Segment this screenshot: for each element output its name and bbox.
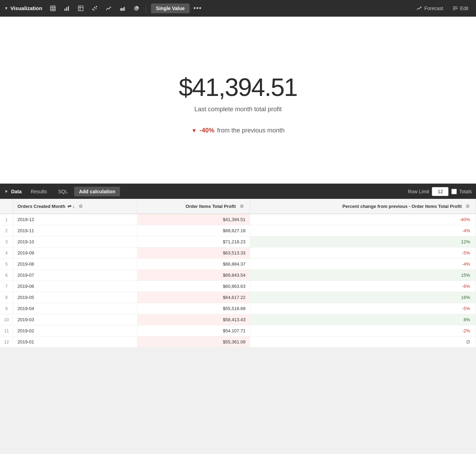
cell-rownum: 5	[0, 259, 13, 270]
comparison-row: ▼ -40% from the previous month	[191, 127, 285, 134]
cell-month: 2019-08	[13, 259, 137, 270]
svg-rect-5	[64, 9, 65, 11]
forecast-label: Forecast	[424, 6, 443, 11]
cell-rownum: 4	[0, 248, 13, 259]
table-row: 102019-03$58,413.438%	[0, 314, 476, 325]
table-row: 32019-10$71,218.2312%	[0, 236, 476, 248]
cell-pct-change: -4%	[250, 225, 476, 236]
edit-label: Edit	[460, 6, 468, 11]
sql-tab[interactable]: SQL	[53, 187, 73, 196]
table-view-button[interactable]	[47, 2, 59, 14]
data-table-container: Orders Created Month ⇌ ↓ ⚙ Order Items T…	[0, 199, 476, 348]
area-chart-button[interactable]	[117, 2, 128, 14]
col-pct-label: Percent change from previous - Order Ite…	[342, 204, 462, 209]
svg-rect-0	[50, 6, 55, 11]
cell-rownum: 11	[0, 325, 13, 337]
edit-button[interactable]: Edit	[449, 3, 472, 13]
edit-icon	[452, 6, 458, 11]
bar-chart-button[interactable]	[61, 2, 73, 14]
cell-month: 2019-12	[13, 214, 137, 225]
col-profit-gear[interactable]: ⚙	[238, 202, 246, 210]
data-toolbar-left: ▼ Data Results SQL Add calculation	[4, 187, 406, 196]
row-limit-input[interactable]	[432, 187, 449, 196]
svg-point-13	[96, 6, 97, 7]
cell-profit: $64,617.22	[137, 292, 250, 303]
table-row: 72019-06$60,863.63-6%	[0, 281, 476, 292]
pivot-button[interactable]	[75, 2, 87, 14]
row-limit-label: Row Limit	[408, 189, 429, 194]
more-options-button[interactable]: •••	[192, 2, 204, 14]
cell-profit: $55,361.09	[137, 337, 250, 348]
col-header-rownum	[0, 199, 13, 214]
cell-month: 2019-03	[13, 314, 137, 325]
cell-profit: $69,843.54	[137, 270, 250, 281]
col-month-label: Orders Created Month	[17, 204, 65, 209]
col-month-gear[interactable]: ⚙	[77, 202, 85, 210]
comparison-pct: -40%	[200, 127, 214, 134]
cell-rownum: 7	[0, 281, 13, 292]
results-tab[interactable]: Results	[26, 187, 52, 196]
table-row: 92019-04$55,518.69-5%	[0, 303, 476, 314]
cell-profit: $55,518.69	[137, 303, 250, 314]
table-body: 12019-12$41,394.51-40%22019-11$68,627.18…	[0, 214, 476, 348]
cell-profit: $71,218.23	[137, 236, 250, 248]
cell-profit: $63,513.33	[137, 248, 250, 259]
add-calculation-button[interactable]: Add calculation	[74, 187, 120, 196]
col-header-month: Orders Created Month ⇌ ↓ ⚙	[13, 199, 137, 214]
cell-pct-change: -4%	[250, 259, 476, 270]
row-limit-area: Row Limit Totals	[408, 187, 472, 196]
cell-pct-change: ∅	[250, 337, 476, 348]
table-row: 62019-07$69,843.5415%	[0, 270, 476, 281]
table-row: 122019-01$55,361.09∅	[0, 337, 476, 348]
cell-rownum: 2	[0, 225, 13, 236]
sort-icon[interactable]: ⇌ ↓	[68, 204, 75, 209]
main-value: $41,394.51	[179, 73, 297, 102]
svg-rect-7	[68, 6, 69, 11]
cell-rownum: 12	[0, 337, 13, 348]
table-row: 42019-09$63,513.33-5%	[0, 248, 476, 259]
cell-month: 2019-07	[13, 270, 137, 281]
cell-month: 2019-09	[13, 248, 137, 259]
cell-month: 2019-04	[13, 303, 137, 314]
totals-checkbox[interactable]	[451, 189, 457, 194]
cell-pct-change: 8%	[250, 314, 476, 325]
pie-chart-button[interactable]	[130, 2, 142, 14]
data-toolbar: ▼ Data Results SQL Add calculation Row L…	[0, 184, 476, 199]
col-header-profit: Order Items Total Profit ⚙	[137, 199, 250, 214]
svg-point-15	[96, 8, 97, 9]
toolbar-title: Visualization	[10, 5, 42, 11]
data-chevron: ▼	[4, 189, 8, 194]
cell-month: 2019-01	[13, 337, 137, 348]
svg-rect-6	[66, 7, 67, 11]
table-row: 52019-08$66,884.37-4%	[0, 259, 476, 270]
cell-rownum: 3	[0, 236, 13, 248]
cell-rownum: 1	[0, 214, 13, 225]
cell-pct-change: -2%	[250, 325, 476, 337]
totals-checkbox-label[interactable]: Totals	[451, 189, 472, 194]
cell-month: 2019-02	[13, 325, 137, 337]
table-row: 12019-12$41,394.51-40%	[0, 214, 476, 225]
cell-pct-change: 16%	[250, 292, 476, 303]
cell-profit: $68,627.18	[137, 225, 250, 236]
line-chart-button[interactable]	[103, 2, 114, 14]
cell-pct-change: 15%	[250, 270, 476, 281]
cell-rownum: 10	[0, 314, 13, 325]
visualization-chevron: ▼	[4, 6, 8, 11]
main-label: Last complete month total profit	[194, 106, 281, 113]
cell-pct-change: -6%	[250, 281, 476, 292]
cell-profit: $66,884.37	[137, 259, 250, 270]
col-pct-gear[interactable]: ⚙	[464, 202, 471, 210]
cell-pct-change: -5%	[250, 303, 476, 314]
cell-month: 2019-10	[13, 236, 137, 248]
scatter-button[interactable]	[89, 2, 101, 14]
svg-line-21	[457, 8, 458, 9]
col-profit-label: Order Items Total Profit	[185, 204, 236, 209]
cell-profit: $60,863.63	[137, 281, 250, 292]
cell-profit: $41,394.51	[137, 214, 250, 225]
single-value-button[interactable]: Single Value	[151, 3, 189, 13]
cell-month: 2019-06	[13, 281, 137, 292]
toolbar-left-section: ▼ Visualization	[4, 2, 411, 14]
forecast-button[interactable]: Forecast	[413, 3, 446, 13]
table-row: 112019-02$54,107.71-2%	[0, 325, 476, 337]
svg-point-14	[94, 9, 95, 10]
